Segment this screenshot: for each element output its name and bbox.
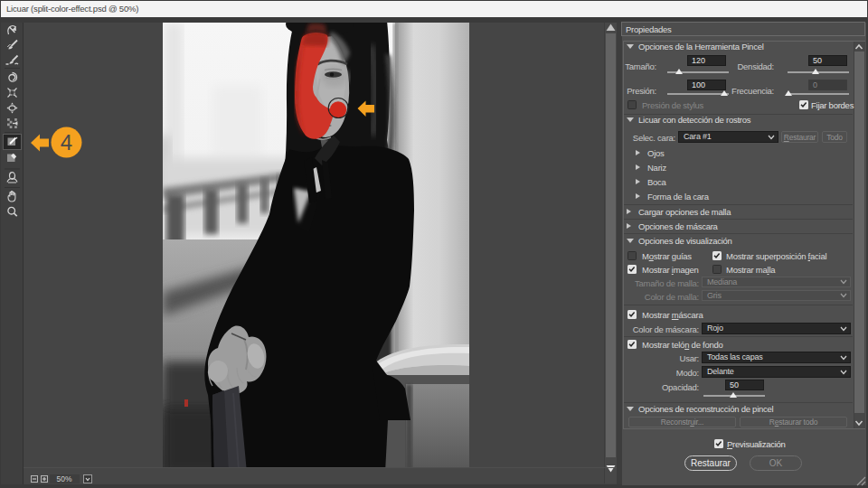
svg-text:4: 4 xyxy=(61,130,72,155)
